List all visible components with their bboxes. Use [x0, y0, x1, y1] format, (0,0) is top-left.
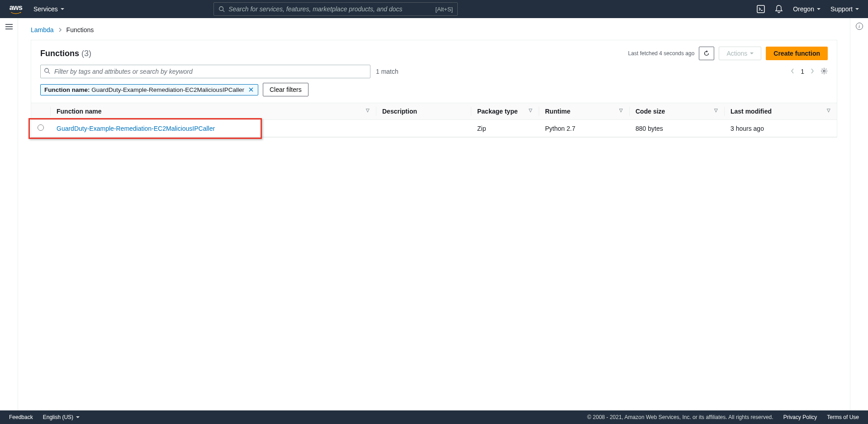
gear-icon: [821, 67, 828, 75]
services-menu[interactable]: Services: [33, 5, 64, 13]
filter-input[interactable]: [40, 65, 370, 78]
functions-panel: Functions (3) Last fetched 4 seconds ago…: [31, 40, 837, 138]
filter-chip-value: GuardDuty-Example-Remediation-EC2Malicio…: [91, 86, 244, 93]
refresh-icon: [703, 50, 710, 57]
search-shortcut-hint: [Alt+S]: [436, 6, 453, 13]
create-function-label: Create function: [773, 50, 820, 57]
filter-chip-remove[interactable]: [248, 86, 254, 93]
match-count: 1 match: [376, 68, 398, 75]
top-nav: aws Services [Alt+S] Oregon Support: [0, 0, 868, 18]
aws-logo[interactable]: aws: [9, 4, 23, 14]
support-label: Support: [830, 5, 853, 13]
search-icon: [44, 68, 50, 76]
caret-down-icon: [750, 52, 754, 54]
svg-line-5: [48, 72, 50, 74]
col-description[interactable]: Description: [376, 103, 471, 120]
svg-point-0: [219, 7, 223, 11]
actions-button[interactable]: Actions: [719, 47, 761, 60]
region-selector[interactable]: Oregon: [793, 5, 821, 13]
cell-description: [376, 120, 471, 137]
function-name-link[interactable]: GuardDuty-Example-Remediation-EC2Malicio…: [57, 125, 215, 132]
breadcrumb-root[interactable]: Lambda: [31, 26, 54, 33]
chevron-right-icon: [58, 26, 62, 33]
functions-table: Function name▽ Description Package type▽…: [31, 103, 837, 137]
global-search[interactable]: [Alt+S]: [213, 2, 458, 16]
pager-next[interactable]: [809, 66, 816, 77]
caret-down-icon: [855, 8, 859, 10]
global-search-input[interactable]: [228, 5, 435, 13]
pager-prev[interactable]: [789, 66, 796, 77]
col-function-name[interactable]: Function name▽: [50, 103, 376, 120]
support-menu[interactable]: Support: [830, 5, 859, 13]
svg-point-4: [45, 68, 49, 72]
cell-package-type: Zip: [471, 120, 539, 137]
region-label: Oregon: [793, 5, 814, 13]
notifications-icon[interactable]: [775, 5, 783, 13]
right-rail: i: [850, 18, 868, 410]
table-header-row: Function name▽ Description Package type▽…: [31, 103, 837, 120]
col-code-size[interactable]: Code size▽: [629, 103, 724, 120]
caret-down-icon: [61, 8, 64, 10]
cell-runtime: Python 2.7: [539, 120, 629, 137]
services-label: Services: [33, 5, 58, 13]
create-function-button[interactable]: Create function: [766, 47, 828, 60]
page-title-text: Functions: [40, 49, 79, 58]
cell-last-modified: 3 hours ago: [724, 120, 837, 137]
filter-chip: Function name: GuardDuty-Example-Remedia…: [40, 84, 258, 95]
svg-line-1: [223, 10, 225, 12]
left-rail: [0, 18, 18, 410]
row-select-radio[interactable]: [38, 124, 44, 131]
clear-filters-button[interactable]: Clear filters: [263, 83, 308, 96]
caret-down-icon: [817, 8, 821, 10]
actions-label: Actions: [726, 50, 747, 57]
col-last-modified[interactable]: Last modified▽: [724, 103, 837, 120]
cloudshell-icon[interactable]: [757, 5, 765, 13]
filter-chip-key: Function name:: [44, 86, 90, 93]
info-icon[interactable]: i: [856, 23, 863, 30]
col-runtime[interactable]: Runtime▽: [539, 103, 629, 120]
pager-page: 1: [801, 68, 804, 75]
cell-code-size: 880 bytes: [629, 120, 724, 137]
breadcrumb: Lambda Functions: [31, 26, 837, 33]
svg-point-6: [823, 70, 825, 71]
table-row: GuardDuty-Example-Remediation-EC2Malicio…: [31, 120, 837, 137]
page-title-count: (3): [81, 49, 91, 58]
settings-button[interactable]: [821, 67, 828, 76]
hamburger-icon[interactable]: [5, 23, 13, 410]
page-title: Functions (3): [40, 49, 91, 58]
col-package-type[interactable]: Package type▽: [471, 103, 539, 120]
last-fetched: Last fetched 4 seconds ago: [628, 50, 695, 57]
main-content: Lambda Functions Functions (3) Last fetc…: [18, 18, 850, 410]
refresh-button[interactable]: [699, 47, 714, 60]
breadcrumb-current: Functions: [66, 26, 94, 33]
search-icon: [218, 6, 225, 12]
